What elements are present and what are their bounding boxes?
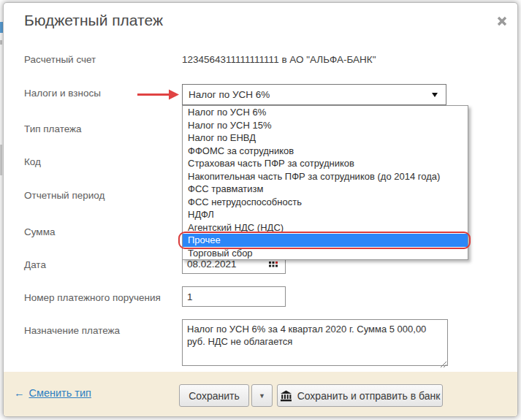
account-value: 1234564311111111111 в АО "АЛЬФА-БАНК": [182, 54, 376, 65]
bank-icon: [280, 390, 292, 402]
dropdown-option[interactable]: ФСС нетрудоспособность: [183, 196, 468, 209]
dropdown-option[interactable]: Страховая часть ПФР за сотрудников: [183, 157, 468, 170]
dropdown-option[interactable]: Накопительная часть ПФР за сотрудников (…: [183, 170, 468, 183]
dialog-footer: ←Сменить тип Сохранить ▼ Сохранить и отп…: [4, 372, 517, 416]
dialog-title: Бюджетный платеж: [24, 12, 163, 29]
code-label: Код: [24, 156, 41, 167]
dropdown-option[interactable]: Налог по УСН 15%: [183, 119, 468, 132]
taxes-dropdown-list: Налог по УСН 6% Налог по УСН 15% Налог п…: [182, 105, 468, 260]
close-icon[interactable]: [495, 15, 509, 28]
page-behind-fragment: [0, 40, 2, 45]
screen: Бюджетный платеж Расчетный счет 12345643…: [0, 0, 521, 420]
resize-grip-icon[interactable]: [439, 357, 446, 364]
chevron-down-icon: [432, 93, 438, 97]
purpose-textarea[interactable]: Налог по УСН 6% за 4 квартал 2020 г. Сум…: [182, 319, 448, 366]
save-button[interactable]: Сохранить: [179, 384, 249, 407]
save-and-send-label: Сохранить и отправить в банк: [297, 390, 441, 402]
purpose-label: Назначение платежа: [24, 325, 120, 336]
order-number-label: Номер платежного поручения: [24, 292, 161, 303]
dropdown-option[interactable]: Налог по ЕНВД: [183, 131, 468, 145]
dropdown-option[interactable]: ФСС травматизм: [183, 183, 468, 196]
taxes-label: Налоги и взносы: [24, 88, 101, 99]
back-arrow-icon: ←: [14, 387, 25, 399]
taxes-select[interactable]: Налог по УСН 6%: [182, 84, 446, 105]
red-annotation-arrow-icon: [137, 89, 179, 103]
save-options-caret-button[interactable]: ▼: [251, 384, 273, 407]
dropdown-option[interactable]: Агентский НДС (НДС): [183, 221, 468, 234]
save-and-send-button[interactable]: Сохранить и отправить в банк: [277, 384, 443, 407]
change-type-link-label: Сменить тип: [29, 387, 91, 399]
dropdown-option[interactable]: Налог по УСН 6%: [183, 106, 468, 119]
change-type-link[interactable]: ←Сменить тип: [14, 387, 91, 399]
dropdown-option-highlighted[interactable]: Прочее: [183, 234, 468, 247]
dropdown-option-label: Прочее: [188, 234, 221, 245]
account-label: Расчетный счет: [24, 54, 96, 65]
dropdown-option[interactable]: НДФЛ: [183, 208, 468, 221]
dropdown-option[interactable]: ФФОМС за сотрудников: [183, 145, 468, 158]
payment-type-label: Тип платежа: [24, 123, 82, 134]
taxes-select-value: Налог по УСН 6%: [189, 89, 270, 100]
period-label: Отчетный период: [24, 190, 104, 201]
calendar-icon[interactable]: [268, 260, 280, 273]
amount-label: Сумма: [24, 226, 55, 237]
order-number-input[interactable]: [182, 286, 286, 307]
date-label: Дата: [24, 259, 46, 270]
budget-payment-dialog: Бюджетный платеж Расчетный счет 12345643…: [3, 2, 518, 417]
dropdown-option[interactable]: Торговый сбор: [183, 247, 468, 260]
page-behind-fragment: [0, 145, 2, 175]
